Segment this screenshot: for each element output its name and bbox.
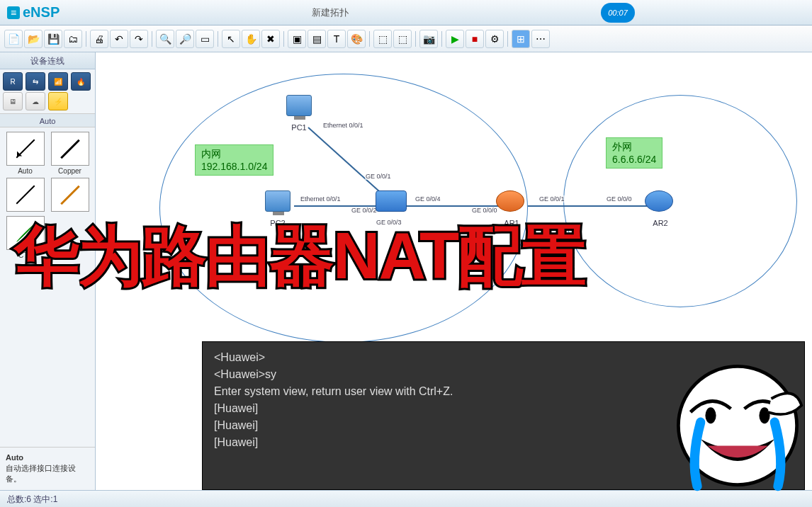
sidebar-info: Auto 自动选择接口连接设备。 [0, 447, 95, 490]
auto-line-icon [16, 139, 35, 159]
conn-copper-label: Copper [58, 167, 81, 175]
link-ar1-ar2[interactable] [528, 205, 652, 207]
redo-button[interactable]: ↷ [130, 30, 148, 48]
start-button[interactable]: ▶ [446, 30, 464, 48]
separator [86, 31, 86, 47]
pc-icon [286, 95, 312, 116]
meme-face-icon [670, 358, 805, 493]
outer-label-title: 外网 [612, 141, 632, 152]
node-pc1[interactable]: PC1 [283, 95, 315, 132]
conn-serial-cell[interactable] [4, 178, 46, 213]
video-overlay-title: 华为路由器NAT配置 [14, 212, 585, 300]
titlebar: ≡ eNSP 新建拓扑 00:07 [0, 0, 812, 25]
port-pc2-eth: Ethernet 0/0/1 [300, 195, 342, 203]
more-button[interactable]: ⋯ [531, 30, 550, 48]
saveall-button[interactable]: 🗂 [64, 30, 82, 48]
sidebar-header: 设备连线 [0, 52, 95, 69]
connection-category-icon[interactable]: ⚡ [48, 92, 68, 110]
svg-point-1 [705, 407, 716, 423]
port-sw-ge4: GE 0/0/4 [415, 195, 441, 203]
status-text: 总数:6 选中:1 [7, 494, 57, 504]
palette-button[interactable]: 🎨 [347, 30, 366, 48]
serial-line-icon [16, 186, 35, 205]
switch-icon [376, 190, 407, 212]
separator [152, 31, 152, 47]
grid-button[interactable]: ⊞ [512, 30, 530, 48]
pan-button[interactable]: ✋ [242, 30, 260, 48]
node-ar2[interactable]: AR2 [645, 190, 676, 227]
conn-pos-cell[interactable] [49, 178, 91, 213]
node-pc1-label: PC1 [283, 123, 315, 132]
window-tab-title: 新建拓扑 [60, 6, 601, 19]
firewall-category-icon[interactable]: 🔥 [71, 72, 91, 91]
select-button[interactable]: ↖ [222, 30, 240, 48]
separator [218, 31, 218, 47]
separator [507, 31, 508, 47]
port-sw-ge1: GE 0/0/1 [365, 173, 392, 180]
timer-badge: 00:07 [601, 3, 635, 23]
print-button[interactable]: 🖨 [90, 30, 108, 48]
text-button[interactable]: T [327, 30, 346, 48]
router-category-icon[interactable]: R [3, 72, 23, 91]
delete-button[interactable]: ✖ [261, 30, 280, 48]
switch-category-icon[interactable]: ⇆ [26, 72, 45, 91]
tool-d-button[interactable]: ⬚ [393, 30, 412, 48]
pc-icon [265, 190, 291, 212]
port-ar1-ge1: GE 0/0/1 [538, 195, 565, 203]
cloud-category-icon[interactable]: ☁ [26, 92, 45, 110]
app-logo: ≡ eNSP [7, 4, 60, 21]
svg-point-2 [759, 407, 769, 423]
fit-button[interactable]: ▭ [196, 30, 214, 48]
router-icon [645, 190, 673, 212]
copper-line-icon [60, 139, 80, 159]
app-name: eNSP [23, 4, 60, 21]
device-category-grid: R ⇆ 📶 🔥 🖥 ☁ ⚡ [0, 69, 95, 113]
inner-network-label: 内网 192.168.1.0/24 [195, 144, 274, 176]
info-title: Auto [6, 453, 89, 462]
sidebar-sub-auto[interactable]: Auto [0, 113, 95, 127]
port-pc1-eth: Ethernet 0/0/1 [322, 122, 364, 129]
conn-copper-cell[interactable]: Copper [49, 132, 91, 175]
open-button[interactable]: 📂 [24, 30, 43, 48]
info-desc: 自动选择接口连接设备。 [6, 464, 76, 483]
router-icon [496, 190, 524, 212]
pc-category-icon[interactable]: 🖥 [3, 92, 23, 110]
node-ar2-label: AR2 [645, 219, 676, 227]
conn-auto-label: Auto [18, 167, 33, 175]
inner-label-cidr: 192.168.1.0/24 [201, 161, 267, 172]
tool-a-button[interactable]: ▣ [288, 30, 306, 48]
separator [441, 31, 442, 47]
outer-label-cidr: 6.6.6.6/24 [612, 154, 656, 165]
new-button[interactable]: 📄 [4, 30, 23, 48]
zoomin-button[interactable]: 🔍 [156, 30, 174, 48]
pos-line-icon [60, 185, 80, 205]
undo-button[interactable]: ↶ [110, 30, 128, 48]
stop-button[interactable]: ■ [466, 30, 484, 48]
capture-button[interactable]: 📷 [419, 30, 438, 48]
separator [369, 31, 370, 47]
wlan-category-icon[interactable]: 📶 [48, 72, 68, 91]
outer-network-ellipse [563, 95, 797, 307]
tool-c-button[interactable]: ⬚ [373, 30, 392, 48]
outer-network-label: 外网 6.6.6.6/24 [606, 137, 662, 169]
separator [283, 31, 284, 47]
collect-button[interactable]: ⚙ [485, 30, 504, 48]
port-ar2-ge0: GE 0/0/0 [606, 195, 633, 203]
main-toolbar: 📄 📂 💾 🗂 🖨 ↶ ↷ 🔍 🔎 ▭ ↖ ✋ ✖ ▣ ▤ T 🎨 ⬚ ⬚ 📷 … [0, 25, 812, 52]
logo-icon: ≡ [7, 6, 20, 19]
tool-b-button[interactable]: ▤ [308, 30, 326, 48]
separator [415, 31, 416, 47]
conn-auto-cell[interactable]: Auto [4, 132, 46, 175]
save-button[interactable]: 💾 [44, 30, 62, 48]
inner-label-title: 内网 [201, 148, 221, 159]
zoomout-button[interactable]: 🔎 [176, 30, 194, 48]
